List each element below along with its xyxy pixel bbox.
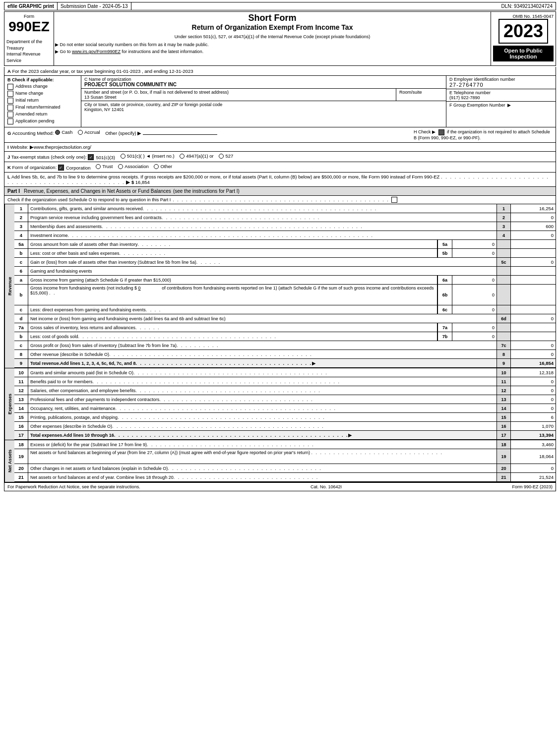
section-g: G Accounting Method: Cash Accrual Other … xyxy=(7,129,414,136)
part1-title: Part I xyxy=(7,188,20,194)
row-num-16: 16 xyxy=(14,422,28,430)
row-field-num-20: 20 xyxy=(497,464,511,472)
part1-description: Revenue, Expenses, and Changes in Net As… xyxy=(24,188,171,194)
row-desc-6d: Net income or (loss) from gaming and fun… xyxy=(28,314,497,323)
row-value-6b xyxy=(511,285,556,305)
row-field-num-13: 13 xyxy=(497,395,511,404)
address-change-checkbox[interactable] xyxy=(7,84,13,90)
j-4947-label: 4947(a)(1) or xyxy=(186,153,213,159)
title-center: Short Form Return of Organization Exempt… xyxy=(54,12,491,65)
f-arrow: ▶ xyxy=(507,103,511,108)
c-label: C Name of organization xyxy=(84,77,443,82)
inline-val-6c: 0 xyxy=(452,305,497,314)
k-other-button[interactable] xyxy=(154,164,159,169)
cash-radio[interactable]: Cash xyxy=(55,129,72,135)
row-num-6d: d xyxy=(14,314,28,323)
k-assoc-radio[interactable]: Association xyxy=(118,164,149,169)
expenses-section: Expenses 10 Grants and similar amounts p… xyxy=(4,368,556,440)
row-desc-6a: Gross income from gaming (attach Schedul… xyxy=(28,276,437,284)
amended-return-checkbox[interactable] xyxy=(7,112,13,117)
j-501c3-checkbox[interactable]: ✓ xyxy=(88,154,94,160)
row-desc-21: Net assets or fund balances at end of ye… xyxy=(28,473,497,481)
row-desc-7c: Gross profit or (loss) from sales of inv… xyxy=(28,341,497,349)
k-corp-checkbox[interactable]: ✓ xyxy=(58,165,64,171)
j-501c-radio[interactable]: 501(c)( ) ◄ (insert no.) xyxy=(121,153,175,159)
inline-val-5b: 0 xyxy=(452,249,497,257)
inline-label-5b: 5b xyxy=(437,249,452,257)
row-desc-14: Occupancy, rent, utilities, and maintena… xyxy=(28,404,497,412)
j-501c-button[interactable] xyxy=(121,154,125,159)
table-row: 5a Gross amount from sale of assets othe… xyxy=(14,240,556,249)
l-text: Add lines 5b, 6c, and 7b to line 9 to de… xyxy=(11,174,441,179)
k-other-radio[interactable]: Other xyxy=(154,164,172,169)
k-corp-radio[interactable]: ✓ Corporation xyxy=(58,165,91,171)
table-row: 10 Grants and similar amounts paid (list… xyxy=(14,368,556,377)
row-value-19: 18,064 xyxy=(511,449,556,464)
title-right: OMB No. 1545-0047 2023 Open to Public In… xyxy=(491,12,556,65)
j-527-radio[interactable]: 527 xyxy=(219,153,233,159)
e-label: E Telephone number xyxy=(449,90,553,95)
inline-val-7a: 0 xyxy=(452,323,497,332)
inline-val-6a: 0 xyxy=(452,276,497,284)
row-num-18: 18 xyxy=(14,440,28,449)
city-cell: City or town, state or province, country… xyxy=(81,101,446,113)
table-row: 8 Other revenue (describe in Schedule O)… xyxy=(14,350,556,359)
row-desc-2: Program service revenue including govern… xyxy=(28,213,497,222)
j-501c3-radio[interactable]: ✓ 501(c)(3) xyxy=(88,154,115,160)
row-desc-4: Investment income . . . . . . . . . . . … xyxy=(28,231,497,239)
application-pending-checkbox[interactable] xyxy=(7,118,13,124)
row-num-7a: 7a xyxy=(14,323,28,332)
row-desc-13: Professional fees and other payments to … xyxy=(28,395,497,404)
initial-return-checkbox[interactable] xyxy=(7,98,13,104)
table-row-total-revenue: 9 Total revenue. Add lines 1, 2, 3, 4, 5… xyxy=(14,359,556,368)
k-trust-button[interactable] xyxy=(96,164,101,169)
row-field-num-6c xyxy=(497,305,511,314)
accrual-radio-button[interactable] xyxy=(78,130,83,135)
net-assets-rows: 18 Excess or (deficit) for the year (Sub… xyxy=(14,440,556,482)
row-desc-9: Total revenue. Add lines 1, 2, 3, 4, 5c,… xyxy=(28,359,497,367)
k-assoc-button[interactable] xyxy=(118,164,123,169)
row-value-1: 16,254 xyxy=(511,204,556,213)
table-row: 1 Contributions, gifts, grants, and simi… xyxy=(14,204,556,213)
row-num-1: 1 xyxy=(14,204,28,213)
row-value-5b xyxy=(511,249,556,257)
row-desc-10: Grants and similar amounts paid (list in… xyxy=(28,368,497,377)
name-change-checkbox[interactable] xyxy=(7,91,13,97)
section-gh: G Accounting Method: Cash Accrual Other … xyxy=(4,127,556,143)
revenue-rows: 1 Contributions, gifts, grants, and simi… xyxy=(14,204,556,368)
row-desc-6: Gaming and fundraising events xyxy=(28,267,497,275)
row-value-21: 21,524 xyxy=(511,473,556,481)
j-527-button[interactable] xyxy=(219,154,224,159)
row-desc-12: Salaries, other compensation, and employ… xyxy=(28,386,497,395)
cash-radio-button[interactable] xyxy=(55,130,60,135)
row-num-9: 9 xyxy=(14,359,28,367)
expenses-side-label: Expenses xyxy=(4,368,14,440)
k-other-label: Other xyxy=(160,164,172,169)
row-value-9: 16,854 xyxy=(511,359,556,367)
row-num-6a: a xyxy=(14,276,28,284)
j-4947-button[interactable] xyxy=(180,154,185,159)
k-trust-radio[interactable]: Trust xyxy=(96,164,113,169)
table-row: 11 Benefits paid to or for members . . .… xyxy=(14,377,556,386)
row-desc-3: Membership dues and assessments . . . . … xyxy=(28,222,497,231)
accounting-label: Accounting Method: xyxy=(12,130,56,136)
part1-checkbox[interactable] xyxy=(391,197,397,203)
street-cell: Number and street (or P. O. box, if mail… xyxy=(81,89,396,101)
final-return-checkbox[interactable] xyxy=(7,105,13,111)
top-bar: efile GRAPHIC print Submission Date - 20… xyxy=(4,2,556,10)
accrual-radio[interactable]: Accrual xyxy=(78,129,100,135)
section-i: I Website: ▶www.theprojectsolution.org/ xyxy=(4,143,556,152)
j-4947-radio[interactable]: 4947(a)(1) or xyxy=(180,153,213,159)
row-num-6b: b xyxy=(14,285,28,305)
row-value-14: 0 xyxy=(511,404,556,412)
table-row: 7a Gross sales of inventory, less return… xyxy=(14,323,556,332)
form-number: 990EZ xyxy=(6,19,52,35)
row-value-6d: 0 xyxy=(511,314,556,323)
h-checkbox[interactable] xyxy=(438,129,444,135)
f-area: F Group Exemption Number ▶ xyxy=(449,103,553,108)
l-value: 16,854 xyxy=(135,179,150,185)
other-value-line[interactable] xyxy=(143,134,217,135)
accrual-label: Accrual xyxy=(84,129,100,135)
row-num-2: 2 xyxy=(14,213,28,222)
row-field-num-5c: 5c xyxy=(497,258,511,266)
